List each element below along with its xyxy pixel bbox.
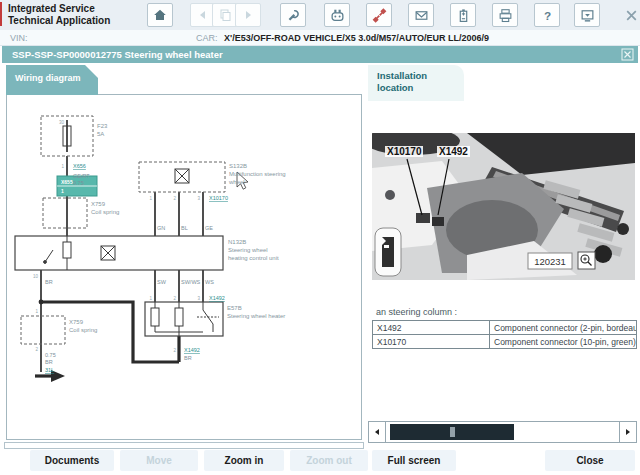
diagram-dashed-boxes (21, 116, 225, 344)
car-label: CAR: (196, 33, 218, 43)
zoom-in-button[interactable]: Zoom in (204, 450, 284, 471)
diagram-label: 0.75 (45, 352, 56, 358)
diagram-label: 1 (61, 188, 64, 194)
tab-installation-location[interactable]: Installation location (368, 65, 464, 101)
diagram-label: WS (205, 279, 214, 285)
app-title-line1: Integrated Service (8, 3, 110, 15)
messages-button[interactable] (408, 3, 434, 27)
move-button: Move (120, 450, 198, 471)
diagram-label: Steering wheel (228, 247, 268, 253)
tab-installation-line2: location (377, 82, 464, 94)
connector-table: X1492 Component connector (2-pin, bordea… (372, 320, 637, 349)
diagram-label: GN (157, 225, 165, 231)
fullscreen-toggle-button[interactable] (574, 3, 600, 27)
diagram-label: 3 (197, 196, 200, 201)
diagram-label: BR (45, 279, 53, 285)
diagram-connector-link[interactable]: X1492 (184, 347, 200, 353)
diagnostic-cable-icon (372, 8, 387, 23)
diagram-solid-boxes (15, 236, 223, 336)
diagram-label: 2 (173, 348, 176, 353)
photo-callout-x10170: X10170 (385, 146, 423, 157)
svg-text:?: ? (543, 8, 550, 21)
help-icon: ? (540, 8, 555, 23)
print-button[interactable] (492, 3, 518, 27)
app-window: Integrated Service Technical Application (0, 0, 640, 475)
help-button[interactable]: ? (534, 3, 560, 27)
home-button[interactable] (147, 3, 173, 27)
diagram-symbols (44, 126, 219, 336)
diagram-label: X759 (69, 319, 84, 325)
forward-button (235, 3, 261, 27)
table-row: X10170 Component connector (10-pin, gree… (373, 335, 637, 349)
obd-connection-button[interactable] (324, 3, 350, 27)
tab-wiring-diagram[interactable]: Wiring diagram (6, 65, 98, 95)
diagram-label: BL (181, 225, 188, 231)
diagram-label: E57B (227, 305, 242, 311)
image-number-box: 120231 (528, 253, 572, 269)
diagram-label: 1 (35, 309, 38, 314)
workshop-tools-button[interactable] (280, 3, 306, 27)
diagram-horizontal-scrollbar[interactable] (4, 442, 364, 449)
diagram-label: 2 (173, 196, 176, 201)
diagram-label: 30 (59, 120, 65, 125)
scroll-left-arrow[interactable] (369, 422, 386, 442)
full-screen-button[interactable]: Full screen (372, 450, 456, 471)
scroll-right-arrow[interactable] (619, 422, 636, 442)
obd-plug-icon (330, 8, 345, 23)
documents-button[interactable]: Documents (30, 450, 114, 471)
close-button-label: Close (576, 455, 603, 466)
diagram-ground-wires (35, 302, 179, 376)
diagram-label: 2 (35, 347, 38, 352)
diagram-label: 3 (197, 296, 200, 301)
wiring-diagram-svg: 30F235A1X656GE/RT0.75X6551X759Coil sprin… (7, 110, 361, 438)
fullscreen-toggle-icon (580, 8, 595, 23)
diagram-label: 10 (33, 274, 39, 279)
diagram-label: Multifunction steering (229, 171, 286, 177)
close-icon (624, 8, 639, 23)
heating-control-unit-box (15, 236, 223, 270)
diagram-label: F23 (97, 123, 108, 129)
diagram-connector-link[interactable]: X1492 (209, 295, 225, 301)
printer-icon (498, 8, 513, 23)
close-button[interactable]: Close (545, 450, 635, 471)
image-number: 120231 (534, 256, 566, 267)
connector-id-cell: X10170 (373, 335, 490, 349)
car-value: X'/E53/OFF-ROAD VEHICLE/X5 3.0d/M57/AUTO… (224, 33, 489, 43)
red-status-bar (0, 2, 2, 26)
diagram-label: GE/RT (73, 173, 90, 179)
connector-desc-cell: Component connector (2-pin, bordeaux) (490, 321, 637, 335)
magnifier-button[interactable] (578, 252, 595, 269)
diagram-label: 1 (149, 296, 152, 301)
diagram-connector-link[interactable]: X10170 (209, 195, 228, 201)
coil-spring-box-2 (21, 316, 65, 344)
zoom-out-button: Zoom out (290, 450, 368, 471)
diagram-label: X655 (61, 179, 73, 185)
scroll-left-icon (373, 428, 381, 436)
move-button-label: Move (146, 455, 172, 466)
diagram-label: 5A (97, 131, 104, 137)
diagram-junction-dot (39, 300, 44, 305)
diagnostic-cable-button[interactable] (366, 3, 392, 27)
photo-callout-x1492: X1492 (437, 146, 470, 157)
diagram-connector-link[interactable]: 31L (45, 367, 54, 373)
scrollbar-thumb[interactable] (390, 424, 514, 440)
app-close-button[interactable] (618, 3, 640, 27)
home-icon (152, 8, 168, 22)
battery-status-button[interactable] (450, 3, 476, 27)
tab-installation-line1: Installation (377, 70, 464, 82)
diagram-connector-link[interactable]: X656 (73, 163, 86, 169)
diagram-label: X759 (91, 201, 106, 207)
connector-id-cell: X1492 (373, 321, 490, 335)
diagram-label: BR (184, 355, 192, 361)
diagram-label: BR (45, 359, 53, 365)
document-close-icon[interactable] (621, 48, 634, 61)
diagram-label: 2 (173, 296, 176, 301)
battery-icon (456, 8, 471, 23)
back-icon (196, 8, 210, 22)
connector-table-caption: an steering column : (376, 307, 457, 317)
top-header: Integrated Service Technical Application (0, 0, 640, 31)
zoom-out-button-label: Zoom out (306, 455, 352, 466)
documents-icon (218, 8, 232, 22)
diagram-label: Steering wheel heater (227, 313, 285, 319)
zoom-in-button-label: Zoom in (225, 455, 264, 466)
